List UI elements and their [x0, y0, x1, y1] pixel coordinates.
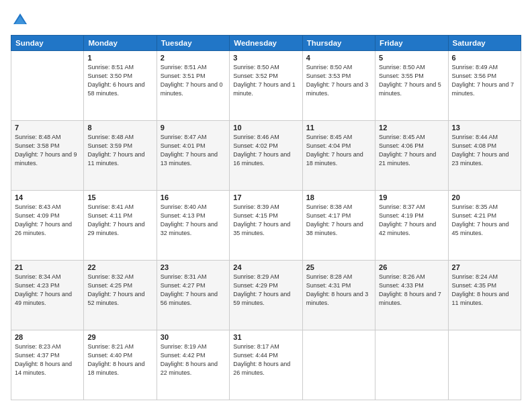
day-number: 29	[87, 333, 152, 341]
day-cell: 1Sunrise: 8:51 AM Sunset: 3:50 PM Daylig…	[84, 51, 157, 121]
day-number: 24	[233, 263, 298, 271]
day-number: 18	[306, 193, 371, 201]
day-cell: 9Sunrise: 8:47 AM Sunset: 4:01 PM Daylig…	[157, 121, 229, 191]
day-number: 4	[306, 54, 371, 62]
day-info: Sunrise: 8:21 AM Sunset: 4:40 PM Dayligh…	[87, 342, 152, 377]
day-cell: 27Sunrise: 8:24 AM Sunset: 4:35 PM Dayli…	[448, 261, 521, 330]
weekday-header-sunday: Sunday	[11, 36, 84, 51]
calendar-table: SundayMondayTuesdayWednesdayThursdayFrid…	[11, 35, 521, 400]
day-info: Sunrise: 8:50 AM Sunset: 3:53 PM Dayligh…	[306, 63, 371, 98]
day-number: 27	[452, 263, 517, 271]
day-info: Sunrise: 8:35 AM Sunset: 4:21 PM Dayligh…	[452, 203, 517, 238]
day-info: Sunrise: 8:50 AM Sunset: 3:52 PM Dayligh…	[233, 63, 298, 98]
day-info: Sunrise: 8:38 AM Sunset: 4:17 PM Dayligh…	[306, 203, 371, 238]
day-cell: 6Sunrise: 8:49 AM Sunset: 3:56 PM Daylig…	[448, 51, 521, 121]
day-info: Sunrise: 8:31 AM Sunset: 4:27 PM Dayligh…	[161, 273, 226, 308]
day-cell: 24Sunrise: 8:29 AM Sunset: 4:29 PM Dayli…	[230, 261, 302, 330]
day-info: Sunrise: 8:40 AM Sunset: 4:13 PM Dayligh…	[161, 203, 226, 238]
day-number: 12	[379, 124, 444, 132]
weekday-header-thursday: Thursday	[302, 36, 375, 51]
day-number: 26	[379, 263, 444, 271]
weekday-header-wednesday: Wednesday	[230, 36, 302, 51]
weekday-header-monday: Monday	[84, 36, 157, 51]
day-info: Sunrise: 8:34 AM Sunset: 4:23 PM Dayligh…	[15, 273, 80, 308]
day-cell: 31Sunrise: 8:17 AM Sunset: 4:44 PM Dayli…	[230, 330, 302, 400]
day-number: 8	[87, 124, 152, 132]
day-cell: 10Sunrise: 8:46 AM Sunset: 4:02 PM Dayli…	[230, 121, 302, 191]
day-cell: 13Sunrise: 8:44 AM Sunset: 4:08 PM Dayli…	[448, 121, 521, 191]
day-info: Sunrise: 8:28 AM Sunset: 4:31 PM Dayligh…	[306, 273, 371, 308]
logo-icon	[11, 11, 30, 30]
day-info: Sunrise: 8:50 AM Sunset: 3:55 PM Dayligh…	[379, 63, 444, 98]
day-cell: 21Sunrise: 8:34 AM Sunset: 4:23 PM Dayli…	[11, 261, 84, 330]
day-info: Sunrise: 8:49 AM Sunset: 3:56 PM Dayligh…	[452, 63, 517, 98]
day-info: Sunrise: 8:47 AM Sunset: 4:01 PM Dayligh…	[161, 133, 226, 168]
day-number: 10	[233, 124, 298, 132]
day-cell: 5Sunrise: 8:50 AM Sunset: 3:55 PM Daylig…	[375, 51, 448, 121]
day-number: 7	[15, 124, 80, 132]
day-cell: 15Sunrise: 8:41 AM Sunset: 4:11 PM Dayli…	[84, 191, 157, 261]
day-cell	[448, 330, 521, 400]
week-row-2: 7Sunrise: 8:48 AM Sunset: 3:58 PM Daylig…	[11, 121, 521, 191]
day-number: 13	[452, 124, 517, 132]
day-number: 21	[15, 263, 80, 271]
week-row-4: 21Sunrise: 8:34 AM Sunset: 4:23 PM Dayli…	[11, 261, 521, 330]
day-cell: 20Sunrise: 8:35 AM Sunset: 4:21 PM Dayli…	[448, 191, 521, 261]
page: SundayMondayTuesdayWednesdayThursdayFrid…	[0, 0, 532, 411]
day-info: Sunrise: 8:23 AM Sunset: 4:37 PM Dayligh…	[15, 342, 80, 377]
day-info: Sunrise: 8:39 AM Sunset: 4:15 PM Dayligh…	[233, 203, 298, 238]
day-number: 11	[306, 124, 371, 132]
day-cell: 26Sunrise: 8:26 AM Sunset: 4:33 PM Dayli…	[375, 261, 448, 330]
day-cell: 25Sunrise: 8:28 AM Sunset: 4:31 PM Dayli…	[302, 261, 375, 330]
day-info: Sunrise: 8:45 AM Sunset: 4:04 PM Dayligh…	[306, 133, 371, 168]
weekday-header-tuesday: Tuesday	[157, 36, 229, 51]
day-info: Sunrise: 8:19 AM Sunset: 4:42 PM Dayligh…	[161, 342, 226, 377]
day-number: 23	[161, 263, 226, 271]
week-row-3: 14Sunrise: 8:43 AM Sunset: 4:09 PM Dayli…	[11, 191, 521, 261]
day-number: 16	[161, 193, 226, 201]
week-row-1: 1Sunrise: 8:51 AM Sunset: 3:50 PM Daylig…	[11, 51, 521, 121]
day-info: Sunrise: 8:51 AM Sunset: 3:50 PM Dayligh…	[87, 63, 152, 98]
day-number: 22	[87, 263, 152, 271]
day-info: Sunrise: 8:43 AM Sunset: 4:09 PM Dayligh…	[15, 203, 80, 238]
day-cell: 19Sunrise: 8:37 AM Sunset: 4:19 PM Dayli…	[375, 191, 448, 261]
day-number: 14	[15, 193, 80, 201]
day-cell: 23Sunrise: 8:31 AM Sunset: 4:27 PM Dayli…	[157, 261, 229, 330]
day-number: 28	[15, 333, 80, 341]
day-number: 25	[306, 263, 371, 271]
day-number: 17	[233, 193, 298, 201]
day-cell: 3Sunrise: 8:50 AM Sunset: 3:52 PM Daylig…	[230, 51, 302, 121]
day-cell	[302, 330, 375, 400]
day-info: Sunrise: 8:48 AM Sunset: 3:59 PM Dayligh…	[87, 133, 152, 168]
day-info: Sunrise: 8:17 AM Sunset: 4:44 PM Dayligh…	[233, 342, 298, 377]
day-cell: 12Sunrise: 8:45 AM Sunset: 4:06 PM Dayli…	[375, 121, 448, 191]
day-cell: 28Sunrise: 8:23 AM Sunset: 4:37 PM Dayli…	[11, 330, 84, 400]
weekday-header-row: SundayMondayTuesdayWednesdayThursdayFrid…	[11, 36, 521, 51]
day-number: 20	[452, 193, 517, 201]
day-cell: 11Sunrise: 8:45 AM Sunset: 4:04 PM Dayli…	[302, 121, 375, 191]
day-number: 2	[161, 54, 226, 62]
day-cell: 8Sunrise: 8:48 AM Sunset: 3:59 PM Daylig…	[84, 121, 157, 191]
day-info: Sunrise: 8:24 AM Sunset: 4:35 PM Dayligh…	[452, 273, 517, 308]
day-info: Sunrise: 8:32 AM Sunset: 4:25 PM Dayligh…	[87, 273, 152, 308]
day-info: Sunrise: 8:41 AM Sunset: 4:11 PM Dayligh…	[87, 203, 152, 238]
day-number: 30	[161, 333, 226, 341]
day-info: Sunrise: 8:46 AM Sunset: 4:02 PM Dayligh…	[233, 133, 298, 168]
weekday-header-friday: Friday	[375, 36, 448, 51]
day-info: Sunrise: 8:29 AM Sunset: 4:29 PM Dayligh…	[233, 273, 298, 308]
day-cell: 22Sunrise: 8:32 AM Sunset: 4:25 PM Dayli…	[84, 261, 157, 330]
weekday-header-saturday: Saturday	[448, 36, 521, 51]
day-info: Sunrise: 8:45 AM Sunset: 4:06 PM Dayligh…	[379, 133, 444, 168]
day-info: Sunrise: 8:26 AM Sunset: 4:33 PM Dayligh…	[379, 273, 444, 308]
day-cell: 16Sunrise: 8:40 AM Sunset: 4:13 PM Dayli…	[157, 191, 229, 261]
day-cell: 4Sunrise: 8:50 AM Sunset: 3:53 PM Daylig…	[302, 51, 375, 121]
day-info: Sunrise: 8:48 AM Sunset: 3:58 PM Dayligh…	[15, 133, 80, 168]
logo	[11, 11, 32, 30]
day-number: 19	[379, 193, 444, 201]
day-cell: 29Sunrise: 8:21 AM Sunset: 4:40 PM Dayli…	[84, 330, 157, 400]
day-number: 6	[452, 54, 517, 62]
day-info: Sunrise: 8:44 AM Sunset: 4:08 PM Dayligh…	[452, 133, 517, 168]
day-number: 9	[161, 124, 226, 132]
day-cell	[11, 51, 84, 121]
day-cell: 7Sunrise: 8:48 AM Sunset: 3:58 PM Daylig…	[11, 121, 84, 191]
